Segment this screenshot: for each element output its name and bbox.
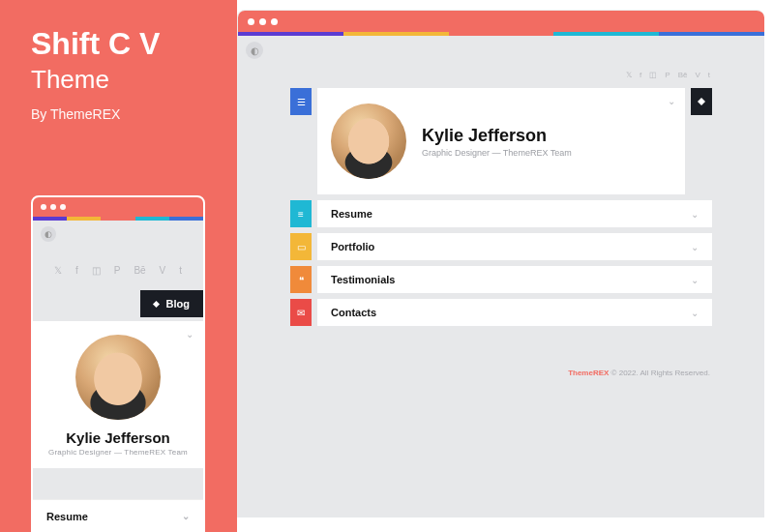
- dark-mode-toggle[interactable]: ◐: [41, 226, 56, 242]
- accordion-card[interactable]: Testimonials ⌄: [317, 266, 712, 293]
- footer: ThemeREX © 2022. All Rights Reserved.: [568, 369, 710, 377]
- pinterest-icon[interactable]: P: [114, 265, 121, 276]
- facebook-icon[interactable]: f: [75, 265, 78, 276]
- chevron-down-icon: ⌄: [691, 242, 699, 252]
- accordion-label: Portfolio: [331, 241, 374, 252]
- accordion-label: Resume: [331, 208, 372, 220]
- chevron-down-icon: ⌄: [691, 209, 699, 220]
- footer-brand[interactable]: ThemeREX: [568, 369, 609, 377]
- social-links: 𝕏 f ◫ P Bē V t: [33, 265, 203, 276]
- accordion-contacts: ✉ Contacts ⌄: [290, 299, 712, 326]
- window-dot: [41, 204, 46, 210]
- instagram-icon[interactable]: ◫: [649, 71, 657, 79]
- accordion-card[interactable]: Resume ⌄: [317, 200, 712, 227]
- tumblr-icon[interactable]: t: [179, 265, 182, 276]
- blog-button[interactable]: [691, 88, 712, 115]
- theme-author: By ThemeREX: [31, 106, 206, 122]
- profile-card[interactable]: ⌄ Kylie Jefferson Graphic Designer — The…: [317, 88, 685, 194]
- chevron-down-icon: ⌄: [691, 308, 699, 318]
- blog-label: Blog: [166, 298, 190, 310]
- profile-role: Graphic Designer — ThemeREX Team: [422, 148, 572, 158]
- facebook-icon[interactable]: f: [640, 71, 641, 79]
- briefcase-icon: ▭: [297, 242, 306, 252]
- window-dot: [50, 204, 56, 210]
- pencil-icon: [698, 98, 705, 105]
- behance-icon[interactable]: Bē: [134, 265, 145, 276]
- accordion-card[interactable]: Contacts ⌄: [317, 299, 712, 326]
- content-column: ☰ ⌄ Kylie Jefferson Graphic Designer — T…: [290, 88, 712, 326]
- accordion-resume[interactable]: Resume ⌄: [33, 499, 203, 532]
- window-dot: [60, 204, 66, 210]
- profile-role: Graphic Designer — ThemeREX Team: [48, 448, 188, 457]
- portfolio-tab[interactable]: ▭: [290, 233, 312, 260]
- person-icon: ☰: [297, 97, 306, 107]
- testimonials-tab[interactable]: ❝: [290, 266, 312, 293]
- accordion-label: Testimonials: [331, 274, 395, 285]
- profile-row: ☰ ⌄ Kylie Jefferson Graphic Designer — T…: [290, 88, 712, 194]
- accordion-label: Resume: [46, 511, 88, 522]
- menu-icon: ≡: [298, 209, 304, 220]
- accordion-label: Contacts: [331, 307, 376, 318]
- mobile-preview: ◐ 𝕏 f ◫ P Bē V t Blog ⌄ Kylie Jefferson …: [31, 195, 205, 532]
- resume-tab[interactable]: ≡: [290, 200, 312, 227]
- desktop-body: ◐ 𝕏 f ◫ P Bē V t ☰ ⌄ Kylie Jefferson Gra…: [238, 36, 764, 517]
- theme-title: Shift C V: [31, 27, 206, 61]
- mail-icon: ✉: [297, 308, 305, 318]
- behance-icon[interactable]: Bē: [678, 71, 688, 79]
- profile-name: Kylie Jefferson: [422, 126, 572, 146]
- twitter-icon[interactable]: 𝕏: [54, 265, 62, 276]
- window-dot: [259, 18, 266, 25]
- blog-button[interactable]: Blog: [140, 290, 203, 317]
- mobile-body: ◐ 𝕏 f ◫ P Bē V t Blog ⌄ Kylie Jefferson …: [33, 221, 203, 530]
- profile-tab[interactable]: ☰: [290, 88, 312, 115]
- theme-subtitle: Theme: [31, 65, 206, 95]
- chevron-down-icon: ⌄: [182, 511, 190, 521]
- accordion-card[interactable]: Portfolio ⌄: [317, 233, 712, 260]
- window-dot: [271, 18, 278, 25]
- desktop-preview: ◐ 𝕏 f ◫ P Bē V t ☰ ⌄ Kylie Jefferson Gra…: [237, 10, 764, 517]
- chevron-down-icon: ⌄: [186, 329, 194, 340]
- chevron-down-icon: ⌄: [668, 96, 675, 106]
- accordion-portfolio: ▭ Portfolio ⌄: [290, 233, 712, 260]
- twitter-icon[interactable]: 𝕏: [626, 71, 632, 79]
- pinterest-icon[interactable]: P: [665, 71, 670, 79]
- chevron-down-icon: ⌄: [691, 275, 699, 285]
- profile-card[interactable]: ⌄ Kylie Jefferson Graphic Designer — The…: [33, 321, 203, 468]
- instagram-icon[interactable]: ◫: [92, 265, 101, 276]
- tumblr-icon[interactable]: t: [708, 71, 710, 79]
- accordion-testimonials: ❝ Testimonials ⌄: [290, 266, 712, 293]
- contacts-tab[interactable]: ✉: [290, 299, 312, 326]
- profile-name: Kylie Jefferson: [66, 429, 170, 446]
- window-dot: [248, 18, 254, 25]
- avatar: [331, 103, 406, 179]
- quote-icon: ❝: [299, 275, 304, 285]
- desktop-titlebar: [238, 11, 764, 32]
- social-links: 𝕏 f ◫ P Bē V t: [626, 71, 710, 79]
- mobile-titlebar: [33, 197, 203, 217]
- vimeo-icon[interactable]: V: [695, 71, 700, 79]
- footer-text: © 2022. All Rights Reserved.: [609, 369, 710, 377]
- accordion-resume: ≡ Resume ⌄: [290, 200, 712, 227]
- dark-mode-toggle[interactable]: ◐: [246, 42, 263, 59]
- avatar: [75, 335, 161, 420]
- vimeo-icon[interactable]: V: [160, 265, 166, 276]
- pencil-icon: [153, 300, 160, 307]
